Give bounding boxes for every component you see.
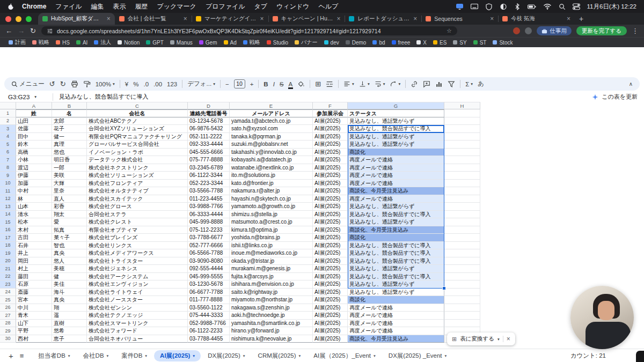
cell-D7[interactable]: 075-777-8888 bbox=[188, 156, 230, 164]
cell-C30[interactable]: 合同会社ネオバリュー bbox=[87, 335, 188, 343]
cell-D20[interactable]: 03-9090-8080 bbox=[188, 257, 230, 265]
cell-H6[interactable] bbox=[444, 149, 480, 157]
font-select[interactable]: デフォ...▾ bbox=[187, 80, 215, 88]
cell-D23[interactable]: 03-1230-5678 bbox=[188, 280, 230, 289]
cell-A16[interactable]: 木村 bbox=[16, 226, 52, 234]
cell-F30[interactable]: AI展(2025) bbox=[313, 335, 348, 343]
browser-tab[interactable]: キャンペーン | HubSpot× bbox=[268, 13, 345, 25]
sheet-tab[interactable]: 案件DB▾ bbox=[115, 350, 153, 361]
cell-H25[interactable] bbox=[444, 296, 480, 304]
italic-button[interactable]: I bbox=[273, 81, 275, 87]
column-header-D[interactable]: D bbox=[188, 102, 230, 109]
cell-E7[interactable]: kobayashi.a@datatech.jp bbox=[230, 156, 313, 164]
window-minimize-button[interactable] bbox=[16, 16, 21, 22]
cell-H24[interactable] bbox=[444, 289, 480, 297]
cell-G15[interactable]: 見込みなし、通話繋がらず bbox=[348, 218, 444, 226]
browser-tab[interactable]: Sequences× bbox=[421, 13, 498, 25]
cell-G30[interactable]: 商談化、今月受注見込み bbox=[348, 335, 444, 343]
tab-close-icon[interactable]: × bbox=[260, 15, 264, 23]
battery-icon[interactable] bbox=[528, 4, 536, 10]
cell-C20[interactable]: 株式会社トライスター bbox=[87, 257, 188, 265]
cell-C21[interactable]: 株式会社ジェネシス bbox=[87, 265, 188, 273]
cell-A12[interactable]: 林 bbox=[16, 195, 52, 203]
cell-E17[interactable]: yoshida.n@brains.jp bbox=[230, 234, 313, 242]
cell-C5[interactable]: グローバルサービス合同会社 bbox=[87, 141, 188, 149]
cell-B24[interactable]: 海斗 bbox=[52, 289, 87, 297]
zoom-select[interactable]: 100%▾ bbox=[96, 81, 115, 87]
cell-H12[interactable] bbox=[444, 195, 480, 203]
row-header-29[interactable]: 29 bbox=[0, 327, 16, 335]
cell-E8[interactable]: watanabe.i@nextlink.co.jp bbox=[230, 164, 313, 172]
cell-E10[interactable]: kato.d@frontier.jp bbox=[230, 180, 313, 188]
bookmark-item[interactable]: ST bbox=[470, 40, 490, 46]
update-table-button[interactable]: この表を更新 bbox=[592, 92, 638, 102]
bookmark-item[interactable]: Manus bbox=[167, 40, 196, 46]
cell-D15[interactable]: 045-999-8888 bbox=[188, 218, 230, 226]
insert-comment-icon[interactable] bbox=[423, 80, 430, 88]
cell-F14[interactable]: AI展(2025) bbox=[313, 211, 348, 219]
cell-F15[interactable]: AI展(2025) bbox=[313, 218, 348, 226]
cell-B26[interactable]: 翔 bbox=[52, 304, 87, 312]
cell-A15[interactable]: 松本 bbox=[16, 218, 52, 226]
cell-E15[interactable]: matsumoto.a@crest.co.jp bbox=[230, 218, 313, 226]
cell-D5[interactable]: 092-333-4444 bbox=[188, 141, 230, 149]
row-header-17[interactable]: 17 bbox=[0, 234, 16, 242]
cell-A29[interactable]: 平野 bbox=[16, 327, 52, 335]
cell-F4[interactable]: AI展(2025) bbox=[313, 133, 348, 141]
column-header-E[interactable]: E bbox=[230, 102, 313, 109]
cell-G29[interactable]: 再度メールで連絡 bbox=[348, 327, 444, 335]
cell-D12[interactable]: 011-223-4455 bbox=[188, 195, 230, 203]
cell-G16[interactable]: 商談化、今月受注見込み bbox=[348, 226, 444, 234]
cell-F21[interactable]: AI展(2025) bbox=[313, 265, 348, 273]
bookmark-item[interactable]: freee bbox=[389, 40, 414, 46]
cell-C7[interactable]: データテック株式会社 bbox=[87, 156, 188, 164]
cell-B22[interactable]: 健 bbox=[52, 273, 87, 281]
cell-A4[interactable]: 田中 bbox=[16, 133, 52, 141]
cell-G1[interactable]: ステータス bbox=[348, 109, 444, 117]
cell-A24[interactable]: 斎藤 bbox=[16, 289, 52, 297]
cell-D29[interactable]: 06-1122-2233 bbox=[188, 327, 230, 335]
bookmark-item[interactable]: X bbox=[413, 40, 430, 46]
row-header-3[interactable]: 3 bbox=[0, 125, 16, 133]
cell-H22[interactable] bbox=[444, 273, 480, 281]
bookmark-item[interactable]: Notion bbox=[114, 40, 143, 46]
row-header-22[interactable]: 22 bbox=[0, 273, 16, 281]
cell-B5[interactable]: 真理 bbox=[52, 141, 87, 149]
cell-C9[interactable]: 株式会社ソリューションズ bbox=[87, 172, 188, 180]
cell-G8[interactable]: 再度メールで連絡 bbox=[348, 164, 444, 172]
tab-close-icon[interactable]: × bbox=[413, 15, 417, 23]
cell-C17[interactable]: 株式会社ブレインズ bbox=[87, 234, 188, 242]
cell-F25[interactable]: AI展(2025) bbox=[313, 296, 348, 304]
bookmark-item[interactable]: バナー bbox=[291, 39, 320, 46]
all-sheets-icon[interactable]: ≡ bbox=[20, 352, 24, 360]
cell-C18[interactable]: 株式会社リンクス bbox=[87, 242, 188, 250]
cell-E21[interactable]: murakami.m@genesis.jp bbox=[230, 265, 313, 273]
cell-A9[interactable]: 伊藤 bbox=[16, 172, 52, 180]
cell-H7[interactable] bbox=[444, 156, 480, 164]
keyboard-icon[interactable] bbox=[471, 3, 478, 10]
cell-C28[interactable]: 株式会社スマートリンク bbox=[87, 320, 188, 328]
cell-A6[interactable]: 高橋 bbox=[16, 149, 52, 157]
tab-close-icon[interactable]: × bbox=[567, 15, 570, 23]
cell-C19[interactable]: 株式会社メディアワークス bbox=[87, 249, 188, 257]
chevron-down-icon[interactable]: ▾ bbox=[497, 337, 500, 342]
cell-B19[interactable]: 真央 bbox=[52, 249, 87, 257]
cell-E22[interactable]: fujita.k@arcsys.jp bbox=[230, 273, 313, 281]
cell-F2[interactable]: AI展(2025) bbox=[313, 117, 348, 125]
cell-B23[interactable]: 美佳 bbox=[52, 280, 87, 289]
cell-G22[interactable]: 見込みなし、競合製品すでに導入 bbox=[348, 273, 444, 281]
back-icon[interactable]: ← bbox=[5, 27, 12, 34]
bold-button[interactable]: B bbox=[264, 81, 268, 87]
cell-D8[interactable]: 03-2345-6789 bbox=[188, 164, 230, 172]
print-icon[interactable] bbox=[71, 80, 78, 88]
cell-B12[interactable]: 直人 bbox=[52, 195, 87, 203]
menubar-item[interactable]: 履歴 bbox=[135, 2, 148, 11]
cell-B21[interactable]: 美穂 bbox=[52, 265, 87, 273]
cell-B30[interactable]: 恵子 bbox=[52, 335, 87, 343]
cell-E2[interactable]: yamada.t@abctech.co.jp bbox=[230, 117, 313, 125]
bookmark-item[interactable]: 計画 bbox=[5, 39, 29, 46]
row-header-30[interactable]: 30 bbox=[0, 335, 16, 343]
cell-H1[interactable] bbox=[444, 109, 480, 117]
cell-A1[interactable]: 姓 bbox=[16, 109, 52, 117]
cell-D26[interactable]: 03-5560-1122 bbox=[188, 304, 230, 312]
